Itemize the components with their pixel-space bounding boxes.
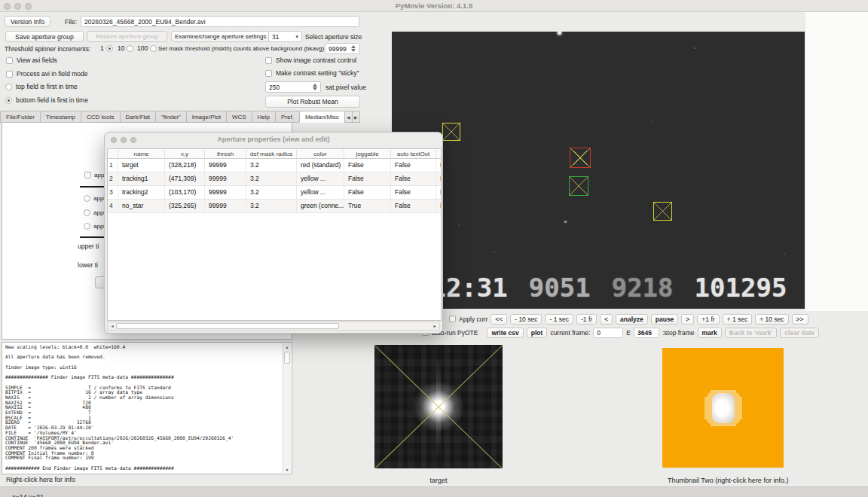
radio-icon[interactable] (84, 195, 90, 202)
table-row[interactable]: 1 target (328,218) 99999 3.2 red (standa… (108, 159, 441, 172)
table-row[interactable]: 2 tracking1 (471,309) 99999 3.2 yellow .… (108, 172, 441, 186)
analyze-button[interactable]: analyze (616, 314, 648, 325)
spinner-arrows-icon[interactable] (351, 45, 356, 52)
radio-icon[interactable] (106, 45, 113, 52)
spinner-arrows-icon[interactable] (313, 84, 317, 90)
mark-button[interactable]: mark (698, 328, 722, 338)
tab-median-misc[interactable]: Median/Misc (299, 111, 345, 123)
cell-clipped[interactable]: Fa (436, 159, 442, 172)
cell-name[interactable]: tracking1 (118, 172, 165, 186)
cell-radius[interactable]: 3.2 (246, 186, 297, 200)
cell-color[interactable]: yellow ... (297, 186, 344, 200)
bottom-field-first-radio[interactable]: bottom field is first in time (5, 96, 88, 104)
cell-joggable[interactable]: False (344, 159, 391, 172)
radio-icon[interactable] (5, 97, 12, 104)
cell-joggable[interactable]: False (344, 186, 391, 200)
forward-1sec-button[interactable]: + 1 sec (723, 314, 753, 325)
back-1frame-button[interactable]: -1 fr (576, 314, 597, 325)
examine-aperture-settings-button[interactable]: Examine/change aperture settings (171, 31, 270, 42)
process-field-mode-checkbox[interactable]: Process avi in field mode (6, 70, 88, 78)
target-thumbnail[interactable] (374, 345, 503, 468)
cell-name[interactable]: tracking2 (118, 186, 165, 200)
rewind-fast-button[interactable]: << (491, 314, 507, 325)
scroll-right-icon[interactable]: ▸ (431, 322, 439, 330)
forward-10sec-button[interactable]: + 10 sec (755, 314, 788, 325)
save-aperture-group-button[interactable]: Save aperture group (5, 31, 84, 42)
cell-thresh[interactable]: 99999 (205, 200, 246, 213)
cell-thresh[interactable]: 99999 (205, 172, 246, 186)
plot-button[interactable]: plot (527, 328, 548, 338)
tab-file-folder[interactable]: File/Folder (0, 111, 41, 123)
dialog-h-scrollbar[interactable]: ◂ ▸ (107, 322, 440, 331)
threshold-radio-10[interactable]: 10 (118, 44, 133, 52)
tab-image-plot[interactable]: Image/Plot (186, 111, 227, 123)
cell-clipped[interactable]: Fa (436, 186, 442, 200)
log-scrollbar[interactable]: ▴ ▾ (283, 343, 291, 473)
log-info-label[interactable]: Right-click here for info (6, 476, 75, 483)
scrollbar-thumb[interactable] (284, 352, 290, 364)
radio-icon[interactable] (84, 223, 90, 230)
tab-help[interactable]: Help (252, 111, 276, 123)
aperture-no-star[interactable] (569, 176, 588, 196)
scroll-left-icon[interactable]: ◂ (108, 322, 116, 330)
cell-auto-textout[interactable]: False (391, 172, 436, 186)
tab-scroll-right-icon[interactable]: ▶ (352, 111, 360, 123)
checkbox-icon[interactable] (6, 71, 13, 78)
checkbox-icon[interactable] (84, 172, 91, 178)
write-csv-button[interactable]: write csv (487, 328, 523, 338)
radio-icon[interactable] (150, 45, 157, 52)
back-10sec-button[interactable]: - 10 sec (510, 314, 542, 325)
log-output[interactable]: New scaling levels: black=0.0 white=160.… (2, 342, 292, 474)
cell-xy[interactable]: (328,218) (165, 159, 205, 172)
cell-auto-textout[interactable]: False (391, 200, 436, 213)
panel-apply-checkbox[interactable]: appl (84, 172, 105, 178)
cell-name[interactable]: no_star (118, 200, 165, 213)
table-row[interactable]: 3 tracking2 (103,170) 99999 3.2 yellow .… (108, 186, 441, 200)
forward-1frame-button[interactable]: +1 fr (697, 314, 719, 325)
pause-button[interactable]: pause (651, 314, 679, 325)
tab-pref[interactable]: Pref. (275, 111, 300, 123)
aperture-tracking2[interactable] (442, 123, 460, 141)
cell-auto-textout[interactable]: False (391, 159, 436, 172)
scrollbar-thumb[interactable] (116, 323, 339, 329)
current-frame-input[interactable]: 0 (593, 328, 623, 338)
cell-xy[interactable]: (103,170) (165, 186, 205, 200)
cell-xy[interactable]: (471,309) (165, 172, 205, 186)
panel-apply-radio-2[interactable]: appl (84, 209, 105, 216)
cell-radius[interactable]: 3.2 (246, 200, 297, 213)
image-view[interactable]: 04:12:3190519218101295 (392, 32, 805, 309)
tab-dark-flat[interactable]: Dark/Flat (120, 111, 156, 123)
sticky-contrast-checkbox[interactable]: Make contrast setting "sticky" (265, 69, 359, 77)
threshold-radio-100[interactable]: 100 (137, 44, 157, 52)
cell-clipped[interactable]: Fa (436, 200, 442, 213)
panel-apply-radio-3[interactable]: appl (84, 223, 105, 230)
show-contrast-checkbox[interactable]: Show image contrast control (265, 56, 356, 64)
checkbox-icon[interactable] (6, 57, 13, 64)
tab-wcs[interactable]: WCS (226, 111, 252, 123)
aperture-size-select[interactable]: 31 ▾ (268, 31, 302, 42)
cell-joggable[interactable]: True (344, 200, 391, 213)
tab-finder[interactable]: "finder" (155, 111, 187, 123)
checkbox-icon[interactable] (265, 57, 272, 64)
cell-name[interactable]: target (118, 159, 165, 172)
scroll-up-icon[interactable]: ▴ (283, 344, 291, 349)
file-field[interactable]: 20260326_45668_2000_EU94_Bender.avi (81, 16, 359, 27)
cell-xy[interactable]: (325,265) (165, 200, 205, 213)
view-avi-fields-checkbox[interactable]: View avi fields (6, 56, 57, 64)
cell-clipped[interactable]: Fa (436, 172, 442, 186)
cell-joggable[interactable]: False (344, 172, 391, 186)
step-forward-button[interactable]: > (681, 314, 694, 325)
cell-radius[interactable]: 3.2 (246, 172, 297, 186)
top-field-first-radio[interactable]: top field is first in time (5, 83, 78, 90)
cell-color[interactable]: green (conne... (297, 200, 344, 213)
cell-thresh[interactable]: 99999 (205, 159, 246, 172)
tab-ccd-tools[interactable]: CCD tools (81, 111, 120, 123)
cell-color[interactable]: red (standard) (297, 159, 344, 172)
radio-icon[interactable] (5, 84, 12, 90)
thumbnail-two[interactable] (662, 348, 784, 468)
thumbnail-two-label[interactable]: Thumbnail Two (right-click here for info… (668, 477, 788, 484)
apply-corr-checkbox[interactable] (449, 316, 456, 322)
step-back-button[interactable]: < (600, 314, 613, 325)
panel-apply-radio-1[interactable]: appl (84, 195, 105, 202)
scroll-down-icon[interactable]: ▾ (283, 467, 291, 472)
